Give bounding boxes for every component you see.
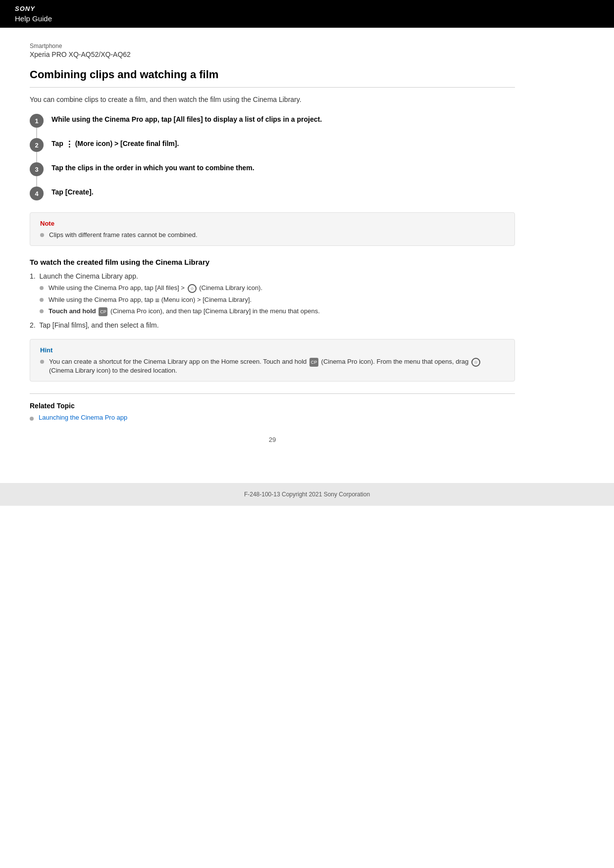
sub-bullets-1: While using the Cinema Pro app, tap [All… xyxy=(40,284,515,316)
hint-label: Hint xyxy=(40,346,505,354)
breadcrumb-model: Xperia PRO XQ-AQ52/XQ-AQ62 xyxy=(30,50,515,58)
step-number-4: 4 xyxy=(30,187,44,200)
step-2: 2 Tap ⋮ (More icon) > [Create final film… xyxy=(30,138,515,152)
sub-bullet-dot-3 xyxy=(40,309,44,313)
numbered-item-2: 2. Tap [Final films], and then select a … xyxy=(30,321,515,329)
related-topic-title: Related Topic xyxy=(30,402,515,410)
item-text-1: Launch the Cinema Library app. xyxy=(40,272,138,280)
page-title: Combining clips and watching a film xyxy=(30,68,515,88)
footer: F-248-100-13 Copyright 2021 Sony Corpora… xyxy=(0,483,614,506)
page-number: 29 xyxy=(30,436,515,443)
step-text-1: While using the Cinema Pro app, tap [All… xyxy=(51,113,515,123)
item-text-2: Tap [Final films], and then select a fil… xyxy=(39,321,158,329)
sub-bullet-dot-2 xyxy=(40,298,44,302)
sub-text-3: Touch and hold CP (Cinema Pro icon), and… xyxy=(49,307,320,316)
hint-bullet xyxy=(40,360,44,364)
step-3: 3 Tap the clips in the order in which yo… xyxy=(30,162,515,176)
note-box: Note Clips with different frame rates ca… xyxy=(30,212,515,246)
note-label: Note xyxy=(40,220,505,227)
sub-text-1: While using the Cinema Pro app, tap [All… xyxy=(49,284,262,293)
cinema-library-icon-1: ☆ xyxy=(188,284,197,293)
copyright-text: F-248-100-13 Copyright 2021 Sony Corpora… xyxy=(244,491,370,498)
subsection: To watch the created film using the Cine… xyxy=(30,258,515,329)
hint-box: Hint You can create a shortcut for the C… xyxy=(30,339,515,382)
step-text-3: Tap the clips in the order in which you … xyxy=(51,162,515,172)
sub-bullet-2: While using the Cinema Pro app, tap ≡ (M… xyxy=(40,296,515,304)
note-text-1: Clips with different frame rates cannot … xyxy=(49,231,198,239)
related-topic-link-1: Launching the Cinema Pro app xyxy=(30,414,515,421)
cinema-pro-icon-2: CP xyxy=(309,358,318,367)
sub-bullet-3: Touch and hold CP (Cinema Pro icon), and… xyxy=(40,307,515,316)
menu-icon: ≡ xyxy=(155,296,159,304)
intro-text: You can combine clips to create a film, … xyxy=(30,96,515,103)
step-number-3: 3 xyxy=(30,162,44,176)
numbered-item-1: 1. Launch the Cinema Library app. While … xyxy=(30,272,515,316)
steps-container: 1 While using the Cinema Pro app, tap [A… xyxy=(30,113,515,200)
header-title: Help Guide xyxy=(15,14,599,23)
step-text-2: Tap ⋮ (More icon) > [Create final film]. xyxy=(51,138,515,149)
note-bullet xyxy=(40,233,44,237)
related-topic-section: Related Topic Launching the Cinema Pro a… xyxy=(30,393,515,421)
header: SONY Help Guide xyxy=(0,0,614,28)
more-icon: ⋮ xyxy=(65,140,73,149)
related-bullet xyxy=(30,417,34,421)
note-item-1: Clips with different frame rates cannot … xyxy=(40,231,505,239)
brand-logo: SONY xyxy=(15,5,599,12)
step-1: 1 While using the Cinema Pro app, tap [A… xyxy=(30,113,515,128)
main-content: Smartphone Xperia PRO XQ-AQ52/XQ-AQ62 Co… xyxy=(0,28,545,473)
sub-bullet-1: While using the Cinema Pro app, tap [All… xyxy=(40,284,515,293)
item-num-1: 1. xyxy=(30,272,36,280)
numbered-list: 1. Launch the Cinema Library app. While … xyxy=(30,272,515,329)
hint-text: You can create a shortcut for the Cinema… xyxy=(49,358,505,374)
item-num-2: 2. xyxy=(30,321,36,329)
cinema-pro-icon-1: CP xyxy=(99,307,107,316)
step-4: 4 Tap [Create]. xyxy=(30,186,515,200)
breadcrumb-device-type: Smartphone xyxy=(30,43,515,49)
step-number-2: 2 xyxy=(30,138,44,152)
sub-bullet-dot-1 xyxy=(40,286,44,290)
step-text-4: Tap [Create]. xyxy=(51,186,515,196)
subsection-title: To watch the created film using the Cine… xyxy=(30,258,515,266)
hint-item: You can create a shortcut for the Cinema… xyxy=(40,358,505,374)
touch-hold-text: Touch and hold xyxy=(49,308,96,315)
sub-text-2: While using the Cinema Pro app, tap ≡ (M… xyxy=(49,296,252,304)
related-link[interactable]: Launching the Cinema Pro app xyxy=(39,414,127,421)
cinema-library-icon-2: ☆ xyxy=(471,358,480,367)
step-number-1: 1 xyxy=(30,114,44,128)
